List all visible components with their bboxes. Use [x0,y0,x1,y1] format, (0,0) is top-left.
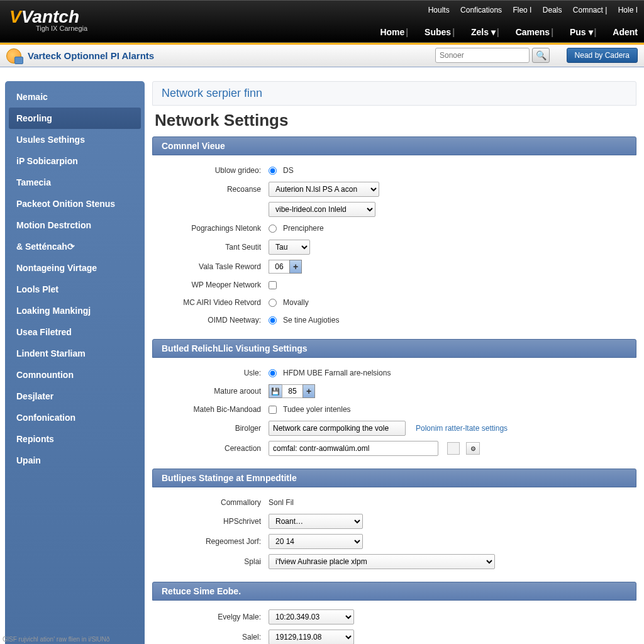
select-evelgy[interactable]: 10:20.349.03 [269,609,354,625]
sidebar-item-lools[interactable]: Lools Plet [9,279,141,300]
check-label: Tudee yoler intenles [283,405,351,414]
nav-home[interactable]: Home [380,27,404,37]
label-pograchings: Pograchings Nletonk [152,224,269,233]
radio-label: DS [283,166,294,175]
top-link[interactable]: Comnact | [573,6,607,14]
select-salel[interactable]: 19129,119.08 [269,630,354,644]
radio-prenciphere[interactable] [269,225,277,233]
label-hpschrivet: HPSchrivet [152,517,269,526]
label-mc: MC AIRI Video Retvord [152,298,269,307]
sidebar-item-motion[interactable]: Motion Destrction [9,214,141,236]
radio-hfdm[interactable] [269,369,277,377]
checkbox-wp[interactable] [269,281,277,289]
top-link[interactable]: Hoults [428,6,450,14]
page-icon [6,48,21,64]
nav-zels[interactable]: Zels ▾ [471,27,496,37]
breadcrumb: Network serpier finn [152,81,636,106]
aux-box[interactable] [447,442,460,455]
nav-pus[interactable]: Pus ▾ [570,27,593,37]
radio-movally[interactable] [269,299,277,307]
sidebar-item-nemaic[interactable]: Nemaic [9,86,141,108]
label-salel: Salel: [152,633,269,641]
top-header: VVantch Tigh IX Carnegia Hoults Conficat… [0,0,644,43]
select-splai[interactable]: i'fview Auhrasie placle xlpm [269,554,495,569]
value-commallory: Sonl Fil [269,498,294,507]
sidebar-item-loaking[interactable]: Loaking Mankingj [9,300,141,321]
top-link[interactable]: Hole I [618,6,638,14]
label-commallory: Commallory [152,498,269,507]
section-header: Butled RelichLlic Visuting Settings [152,339,636,358]
label-mature: Mature aroout [152,387,269,396]
select-tant[interactable]: Taut [269,240,310,255]
sidebar-item-comnountion[interactable]: Comnountion [9,364,141,386]
sidebar-item-repionts[interactable]: Repionts [9,428,141,450]
label-vala: Vala Tasle Reword [152,262,269,271]
nav-subes[interactable]: Subes [425,27,451,37]
select-regeomest[interactable]: 20 14 [269,534,363,549]
select-roant[interactable]: Roant… [269,514,363,529]
section-retuce: Retuce Sime Eobe. Evelgy Male:10:20.349.… [152,582,636,644]
sidebar-item-desjlater[interactable]: Desjlater [9,386,141,407]
sub-header: Varteck Optionnel PI Alarnts 🔍 Nead by C… [0,45,644,67]
footer-note: GlSF rujvichl ation' raw flien in i/SlUN… [3,636,109,643]
top-link[interactable]: Deals [543,6,562,14]
spinner-mature-input[interactable] [282,384,303,398]
radio-label: Prenciphere [283,224,324,233]
search-box: 🔍 [435,48,550,63]
sidebar-item-reorling[interactable]: Reorling [9,108,141,129]
page-subtitle: Varteck Optionnel PI Alarnts [28,50,154,61]
nav-adent[interactable]: Adent [613,27,638,37]
section-header: Butlipes Statinge at Emnpedtitle [152,469,636,487]
select-vibe[interactable]: vibe-lrideol.con Inleld [269,202,375,217]
radio-ds[interactable] [269,167,277,175]
section-comnnel: Comnnel Vieue Ublow grideo:DS RecoanseAu… [152,136,636,335]
gear-icon[interactable]: ⚙ [466,442,480,455]
radio-label: Movally [283,298,309,307]
spinner-plus[interactable]: + [303,384,315,398]
label-splai: Splai [152,557,269,566]
sidebar-item-setencah[interactable]: & Setténcah⟳ [9,236,141,257]
top-links: Hoults Confications Fleo I Deals Comnact… [419,6,638,14]
radio-label: HFDM UBE Farnall are-nelsions [283,369,391,377]
sidebar-item-usea[interactable]: Usea Filetred [9,321,141,343]
sidebar-item-tamecia[interactable]: Tamecia [9,172,141,193]
label-mateh: Mateh Bic-Mandoad [152,405,269,414]
top-link[interactable]: Confications [460,6,502,14]
page-title: Network Settings [155,111,636,130]
sidebar-item-lindent[interactable]: Lindent Starliam [9,343,141,364]
nav-camens[interactable]: Camens [516,27,550,37]
input-birolger[interactable] [269,421,406,436]
main-nav: Home| Subes| Zels ▾| Camens| Pus ▾| Aden… [367,27,638,37]
sidebar-item-usules[interactable]: Usules Sethings [9,129,141,150]
cta-button[interactable]: Nead by Cadera [567,48,638,63]
section-butlipes: Butlipes Statinge at Emnpedtitle Commall… [152,469,636,578]
logo: VVantch Tigh IX Carnegia [9,7,87,32]
top-link[interactable]: Fleo I [513,6,531,14]
spinner-vala-input[interactable] [269,260,290,274]
input-cereaction[interactable] [269,441,438,456]
label-wp: WP Meoper Network [152,280,269,289]
link-polonim[interactable]: Polonim ratter-ltate settings [416,424,508,433]
label-recoanse: Recoanse [152,185,269,194]
checkbox-tudee[interactable] [269,406,277,414]
sidebar-item-upain[interactable]: Upain [9,450,141,471]
select-recoanse[interactable]: Auterion N.lsl PS A acon.. [269,182,379,197]
section-header: Comnnel Vieue [152,136,636,155]
sidebar-item-confonication[interactable]: Confonication [9,407,141,428]
radio-label: Se tine Augioties [283,316,339,325]
search-input[interactable] [435,48,530,63]
logo-subtitle: Tigh IX Carnegia [36,25,87,32]
sidebar-item-ip[interactable]: iP Sobicarpion [9,150,141,172]
main-content: Network serpier finn Network Settings Co… [152,81,636,644]
label-birolger: Birolger [152,424,269,433]
section-butled: Butled RelichLlic Visuting Settings Usle… [152,339,636,465]
label-regeomest: Regeomest Jorf: [152,537,269,546]
radio-setine[interactable] [269,316,277,325]
label-ublow: Ublow grideo: [152,166,269,175]
sidebar-item-nontageing[interactable]: Nontageing Virtage [9,257,141,279]
label-evelgy: Evelgy Male: [152,613,269,621]
search-button[interactable]: 🔍 [532,48,550,63]
sidebar-item-packeot[interactable]: Packeot Onition Stenus [9,193,141,214]
sidebar: Nemaic Reorling Usules Sethings iP Sobic… [5,81,145,644]
spinner-plus[interactable]: + [289,260,302,274]
